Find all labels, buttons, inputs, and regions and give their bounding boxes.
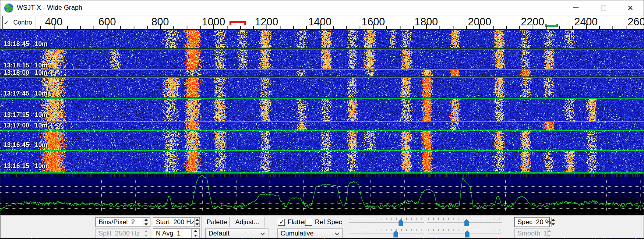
slider-groove[interactable] (427, 234, 502, 234)
arrow-down-icon (196, 223, 199, 225)
palette-select-value: Default (208, 230, 229, 237)
splitter-handle[interactable] (2, 16, 3, 30)
scale-frequency-label: 1400 (308, 16, 332, 28)
slider-handle[interactable] (465, 230, 469, 237)
spec-label: Spec (517, 218, 533, 226)
spin-up-button[interactable] (195, 218, 199, 222)
ref-spec-checkbox-group[interactable]: ✓ Ref Spec (305, 218, 342, 226)
spin-arrows (191, 229, 199, 238)
spin-up-button (548, 229, 551, 234)
spin-up-button[interactable] (192, 229, 199, 234)
spin-arrows (142, 229, 150, 238)
divider (201, 216, 202, 237)
scale-frequency-label: 2600 (628, 16, 644, 28)
bins-per-pixel-label: Bins/Pixel (99, 218, 128, 226)
ref-spec-checkbox[interactable]: ✓ (305, 219, 312, 226)
scale-tick (200, 26, 201, 29)
timestamp: 13:18:15 (4, 62, 29, 69)
split-label: Split (99, 230, 111, 237)
tx-frequency-marker[interactable] (545, 24, 558, 27)
frequency-scale[interactable]: ✓ Contro 4006008001000120014001600180020… (0, 16, 644, 30)
slider-groove[interactable] (349, 234, 424, 234)
slider-groove[interactable] (349, 222, 424, 223)
mode-select[interactable]: Cumulative (277, 228, 343, 238)
slider-handle[interactable] (393, 230, 398, 237)
scale-frequency-label: 600 (98, 16, 116, 28)
rx-frequency-marker[interactable] (229, 21, 246, 25)
scale-tick (293, 26, 294, 29)
arrow-up-icon (196, 219, 199, 221)
maximize-button[interactable] (593, 0, 614, 15)
scale-tick (187, 26, 187, 29)
wsjtx-globe-icon (4, 4, 13, 12)
waterfall-canvas[interactable] (0, 30, 644, 174)
spin-down-button[interactable] (552, 222, 555, 227)
controls-toggle[interactable]: ✓ Contro (0, 16, 35, 29)
scale-frequency-label: 800 (151, 16, 169, 28)
scale-tick (94, 26, 94, 29)
window-title: WSJT-X - Wide Graph (17, 4, 82, 12)
scale-tick (400, 26, 401, 29)
scale-tick (453, 26, 453, 29)
bins-per-pixel-value: 2 (131, 218, 135, 226)
band-label: 10m (35, 141, 48, 149)
timestamp: 13:16:15 (4, 162, 29, 170)
spectrum-display[interactable] (0, 174, 644, 215)
scale-tick (546, 26, 547, 29)
minimize-icon (573, 7, 579, 8)
scale-tick (519, 26, 520, 29)
title-bar[interactable]: WSJT-X - Wide Graph ✕ (0, 0, 644, 16)
spin-down-button[interactable] (142, 222, 150, 227)
scale-tick (120, 26, 121, 29)
adjust-button[interactable]: Adjust... (229, 217, 265, 227)
spec-value: 20 % (536, 218, 551, 226)
smooth-value: 1 (544, 230, 547, 237)
scale-tick (346, 26, 347, 29)
spec-gain-slider[interactable] (348, 228, 425, 239)
spin-arrows (551, 218, 555, 227)
scale-tick (134, 26, 134, 29)
timestamp: 13:17:15 (4, 111, 29, 119)
band-label: 10m (35, 111, 48, 119)
scale-tick (439, 26, 440, 29)
smooth-label: Smooth (517, 230, 540, 237)
scale-tick (559, 26, 560, 29)
spectrum-canvas[interactable] (0, 174, 644, 215)
wf-gain-slider[interactable] (348, 216, 425, 227)
palette-select[interactable]: Default (205, 228, 268, 238)
bins-per-pixel-spinbox[interactable]: Bins/Pixel2 (95, 217, 150, 227)
slider-ticks (351, 218, 422, 220)
scale-frequency-label: 1000 (202, 16, 225, 28)
n-avg-spinbox[interactable]: N Avg1 (153, 228, 200, 238)
arrow-up-icon (548, 230, 551, 232)
divider (275, 216, 275, 237)
arrow-down-icon (548, 235, 551, 237)
close-button[interactable]: ✕ (620, 0, 640, 15)
waterfall-display[interactable]: 13:18:4510m13:18:1510m13:18:0010m13:17:4… (0, 30, 644, 174)
flatten-checkbox[interactable]: ✓ (278, 219, 285, 226)
scale-tick (280, 26, 281, 29)
minimize-button[interactable] (566, 0, 586, 15)
scale-frequency-label: 1200 (255, 16, 278, 28)
arrow-down-icon (145, 223, 148, 225)
scale-tick (40, 26, 41, 29)
start-freq-spinbox[interactable]: Start200 Hz (153, 217, 200, 227)
spin-arrows (194, 218, 199, 227)
spin-down-button[interactable] (192, 234, 199, 238)
slider-handle[interactable] (464, 219, 469, 226)
spin-down-button[interactable] (195, 222, 199, 227)
slider-handle[interactable] (399, 219, 403, 226)
spin-up-button[interactable] (142, 218, 150, 222)
wf-zero-slider[interactable] (426, 216, 503, 227)
scale-tick (67, 26, 68, 29)
flatten-checkbox-group[interactable]: ✓ Flatten (278, 218, 308, 226)
spin-up-button[interactable] (552, 218, 555, 222)
spec-zero-slider[interactable] (426, 228, 503, 239)
band-label: 10m (35, 162, 48, 170)
spec-percent-spinbox[interactable]: Spec20 % (514, 217, 550, 227)
scale-tick (413, 26, 414, 29)
n-avg-value: 1 (177, 230, 180, 237)
controls-toggle-label: Contro (13, 19, 32, 26)
slider-ticks (428, 218, 501, 220)
scale-tick (572, 26, 573, 29)
